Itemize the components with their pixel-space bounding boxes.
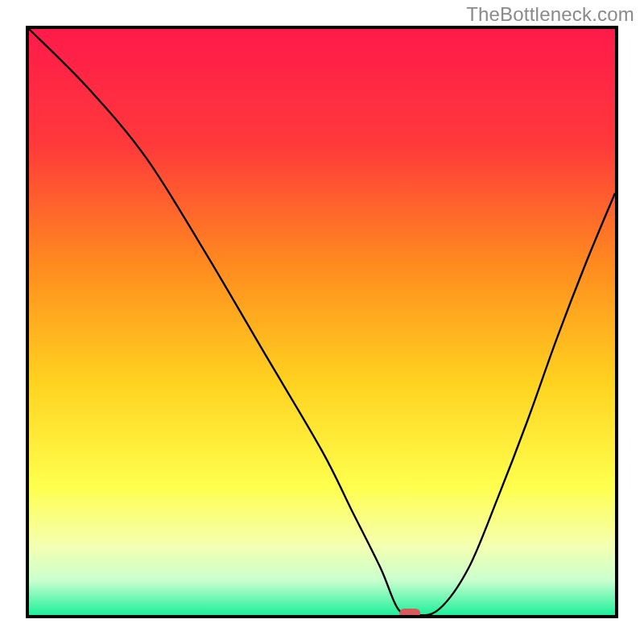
watermark-text: TheBottleneck.com (466, 3, 634, 26)
chart-svg (26, 26, 618, 618)
plot-area (26, 26, 618, 618)
chart-container: TheBottleneck.com (0, 0, 644, 644)
gradient-background (28, 28, 616, 616)
